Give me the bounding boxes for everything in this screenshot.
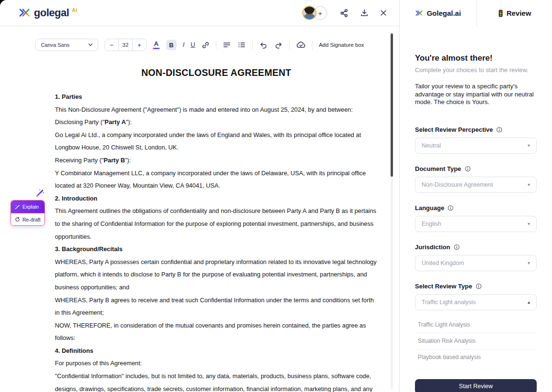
sidebar-brand-label: Golegal.ai (427, 9, 461, 17)
redo-icon (274, 41, 283, 49)
document-paragraph: Go Legal Ai Ltd., a company incorporated… (55, 129, 378, 154)
document-type-select[interactable]: Non-Disclosure Agreement ▾ (415, 177, 537, 193)
document-paragraph: "Confidential Information" includes, but… (55, 370, 378, 392)
magic-wand-icon[interactable] (35, 189, 44, 198)
document-paragraph: NOW, THEREFORE, in consideration of the … (55, 319, 378, 345)
info-icon[interactable] (496, 127, 502, 133)
explain-sparkle-icon (15, 204, 20, 210)
cloud-saved-button[interactable] (296, 41, 306, 49)
header-actions: + (302, 6, 387, 20)
link-button[interactable] (202, 41, 210, 49)
redraft-refresh-icon (15, 217, 20, 222)
info-icon[interactable] (454, 244, 460, 250)
bold-button[interactable]: B (166, 40, 177, 50)
toolbar-divider (252, 40, 253, 50)
document-area: Canva Sans − 32 + A B I U (0, 26, 399, 392)
ai-context-menu: Explain Re-draft (11, 200, 45, 226)
document-heading: 4. Definitions (55, 345, 378, 358)
sidebar-heading: You're almost there! (415, 53, 537, 63)
sidebar-brand[interactable]: Golegal.ai (400, 0, 477, 26)
editor-toolbar: Canva Sans − 32 + A B I U (0, 38, 399, 52)
review-perspective-select[interactable]: Neutral ▾ (415, 138, 537, 154)
avatar[interactable] (302, 6, 317, 20)
review-type-select[interactable]: Traffic Light analysis ▴ (415, 294, 537, 310)
align-button[interactable] (223, 41, 231, 49)
chevron-down-icon (88, 43, 93, 46)
font-size-value[interactable]: 32 (118, 39, 133, 51)
review-type-options: Traffic Light AnalysisSituation Risk Ana… (415, 317, 537, 365)
field-document-type: Document Type Non-Disclosure Agreement ▾ (415, 165, 537, 193)
download-icon (360, 9, 369, 17)
info-icon[interactable] (447, 205, 454, 211)
review-type-option[interactable]: Situation Risk Analysis (415, 333, 537, 350)
undo-button[interactable] (259, 41, 268, 49)
sidebar-subheading: Complete your choices to start the revie… (415, 66, 537, 74)
jurisdiction-select[interactable]: United Kingdom ▾ (415, 255, 537, 271)
document-paragraphs: 1. PartiesThis Non-Disclosure Agreement … (55, 91, 378, 392)
toolbar-divider (289, 40, 290, 50)
sidebar-header: Golegal.ai Review (400, 0, 552, 26)
toolbar-divider (312, 40, 313, 50)
chevron-down-icon: ▾ (528, 143, 530, 148)
add-signature-button[interactable]: Add Signature box (319, 42, 364, 48)
document-heading: 2. Introduction (55, 192, 378, 205)
document[interactable]: NON-DISCLOSURE AGREEMENT 1. PartiesThis … (55, 67, 378, 392)
document-heading: 1. Parties (55, 91, 378, 104)
chevron-down-icon: ▾ (528, 182, 530, 187)
field-label: Select Review Type (415, 283, 472, 290)
text-color-button[interactable]: A (153, 41, 160, 49)
app-logo: golegal Ai (19, 7, 77, 19)
sidebar-body: You're almost there! Complete your choic… (400, 26, 552, 392)
logo-mark-icon (19, 7, 31, 19)
font-family-value: Canva Sans (41, 42, 70, 48)
field-jurisdiction: Jurisdiction United Kingdom ▾ (415, 244, 537, 271)
app-window: golegal Ai + (0, 0, 552, 392)
undo-icon (259, 41, 268, 49)
link-icon (202, 41, 210, 49)
scrollbar-thumb[interactable] (391, 33, 393, 177)
info-icon[interactable] (465, 166, 471, 172)
toolbar-divider (216, 40, 216, 50)
share-icon (340, 9, 349, 18)
field-review-type: Select Review Type Traffic Light analysi… (415, 283, 537, 365)
app-header: golegal Ai + (0, 0, 399, 26)
field-review-perspective: Select Review Percpective Neutral ▾ (415, 126, 537, 154)
cloud-check-icon (296, 41, 306, 49)
document-paragraph: WHEREAS, Party A possesses certain confi… (55, 256, 378, 294)
explain-button[interactable]: Explain (11, 201, 44, 213)
share-button[interactable] (340, 9, 349, 18)
close-button[interactable] (380, 10, 387, 16)
document-paragraph: This Agreement outlines the obligations … (55, 205, 378, 243)
chevron-up-icon: ▴ (528, 299, 530, 305)
close-icon (380, 10, 387, 16)
font-size-increase-button[interactable]: + (133, 39, 146, 51)
info-icon[interactable] (476, 283, 482, 289)
tab-review-label: Review (507, 9, 531, 17)
underline-button[interactable]: U (191, 42, 195, 48)
bullet-list-button[interactable] (237, 41, 246, 49)
font-family-select[interactable]: Canva Sans (35, 39, 98, 51)
font-size-decrease-button[interactable]: − (105, 39, 118, 51)
field-label: Language (415, 204, 444, 212)
start-review-button[interactable]: Start Review (415, 379, 537, 392)
sidebar-description: Tailor your review to a specific party's… (415, 83, 534, 106)
italic-button[interactable]: I (183, 42, 185, 48)
redraft-button[interactable]: Re-draft (11, 213, 44, 225)
document-paragraph: This Non-Disclosure Agreement ("Agreemen… (55, 104, 378, 117)
bullet-list-icon (237, 41, 246, 49)
color-gradient-bar (153, 48, 160, 49)
review-sidebar: Golegal.ai Review You're almost there! C… (399, 0, 552, 392)
language-select[interactable]: English ▾ (415, 216, 537, 232)
traffic-light-icon (498, 10, 503, 17)
review-type-option[interactable]: Traffic Light Analysis (415, 317, 537, 333)
download-button[interactable] (360, 9, 369, 17)
review-type-option[interactable]: Playbook based analysis (415, 350, 537, 365)
document-paragraph: Y Combinator Management LLC, a company i… (55, 167, 378, 192)
tab-review[interactable]: Review (477, 0, 552, 26)
chevron-down-icon: ▾ (528, 260, 530, 265)
font-size-stepper: − 32 + (105, 39, 147, 51)
document-paragraph: For purposes of this Agreement: (55, 357, 378, 370)
redo-button[interactable] (274, 41, 283, 49)
logo-text: golegal (34, 7, 69, 19)
field-label: Select Review Percpective (415, 126, 493, 133)
